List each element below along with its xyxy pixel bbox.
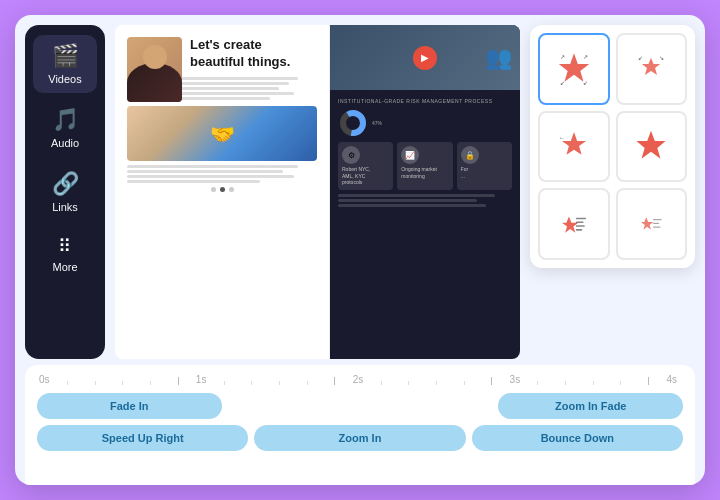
book-left-page: Let's create beautiful things. (115, 25, 330, 359)
sidebar-item-audio[interactable]: 🎵 Audio (33, 99, 97, 157)
svg-rect-14 (576, 217, 586, 219)
svg-rect-16 (576, 225, 585, 227)
tick-group-2 (210, 377, 348, 385)
animation-buttons-row2: Speed Up Right Zoom In Bounce Down (37, 425, 683, 451)
star-expand-svg: ↗ ↗ ↙ ↙ (555, 50, 593, 88)
star-list-svg (555, 205, 593, 243)
audio-label: Audio (51, 137, 79, 149)
dot-2 (220, 187, 225, 192)
tick (307, 381, 308, 385)
video-thumbnail[interactable]: 👥 ▶ (330, 25, 520, 90)
risk-card-text-2: Ongoing marketmonitoring (401, 166, 448, 179)
star-red-svg (632, 127, 670, 165)
hands-image (127, 106, 317, 161)
person-image (127, 37, 182, 102)
tick-major (178, 377, 179, 385)
fade-in-button[interactable]: Fade In (37, 393, 222, 419)
sidebar-item-more[interactable]: ⠿ More (33, 227, 97, 281)
tick-major (491, 377, 492, 385)
sticker-cell-4[interactable] (616, 111, 688, 183)
tick (122, 381, 123, 385)
timeline-ruler: 0s 1s 2s (37, 373, 683, 385)
zoom-in-button[interactable]: Zoom In (254, 425, 465, 451)
main-container: 🎬 Videos 🎵 Audio 🔗 Links ⠿ More (15, 15, 705, 485)
timeline-area: 0s 1s 2s (25, 365, 695, 485)
tick (408, 381, 409, 385)
rt-line-1 (338, 194, 495, 197)
sticker-cell-3[interactable]: ← (538, 111, 610, 183)
risk-icon-1: ⚙ (342, 146, 360, 164)
svg-text:↘: ↘ (659, 55, 664, 61)
svg-rect-19 (653, 219, 662, 220)
ruler-ticks: 1s 2s 3s (54, 373, 681, 385)
ruler-2s: 2s (349, 374, 368, 385)
risk-management-title: INSTITUTIONAL-GRADE RISK MANAGEMENT PROC… (338, 98, 512, 104)
tick (279, 381, 280, 385)
sticker-cell-6[interactable] (616, 188, 688, 260)
text-line-6 (127, 165, 298, 168)
risk-card-3: 🔒 For... (457, 142, 512, 190)
content-area: Let's create beautiful things. (105, 15, 705, 359)
risk-icon-3: 🔒 (461, 146, 479, 164)
book-preview: Let's create beautiful things. (115, 25, 520, 359)
play-button[interactable]: ▶ (413, 46, 437, 70)
tick-major (334, 377, 335, 385)
spacer (228, 393, 493, 419)
sticker-cell-5[interactable] (538, 188, 610, 260)
sidebar: 🎬 Videos 🎵 Audio 🔗 Links ⠿ More (25, 25, 105, 359)
star-shrink-svg: ↙ ↘ (632, 50, 670, 88)
tick (620, 381, 621, 385)
text-line-9 (127, 180, 260, 183)
sidebar-item-videos[interactable]: 🎬 Videos (33, 35, 97, 93)
svg-text:↗: ↗ (560, 54, 565, 60)
risk-card-text-1: Robert NYC,AML, KYCprotocols (342, 166, 389, 186)
bounce-down-button[interactable]: Bounce Down (472, 425, 683, 451)
tick (150, 381, 151, 385)
star-list-small-svg (632, 205, 670, 243)
svg-text:←: ← (559, 134, 565, 141)
svg-text:↙: ↙ (639, 55, 644, 61)
animation-buttons-row1: Fade In Zoom In Fade (37, 393, 683, 419)
svg-text:↙: ↙ (560, 80, 565, 86)
dot-3 (229, 187, 234, 192)
tick (95, 381, 96, 385)
svg-marker-7 (642, 58, 660, 75)
star-shrink-left-svg: ← (555, 127, 593, 165)
videos-label: Videos (48, 73, 81, 85)
tick (565, 381, 566, 385)
tick (537, 381, 538, 385)
tick (224, 381, 225, 385)
videos-icon: 🎬 (52, 43, 79, 69)
svg-text:↗: ↗ (583, 54, 588, 60)
sticker-panel: ↗ ↗ ↙ ↙ ↙ ↘ ← (530, 25, 695, 268)
dot-1 (211, 187, 216, 192)
sidebar-item-links[interactable]: 🔗 Links (33, 163, 97, 221)
donut-chart (338, 108, 368, 138)
speed-up-right-button[interactable]: Speed Up Right (37, 425, 248, 451)
svg-marker-18 (641, 217, 653, 229)
ruler-3s: 3s (506, 374, 525, 385)
text-line-7 (127, 170, 283, 173)
tick (436, 381, 437, 385)
tick (251, 381, 252, 385)
book-right-content: INSTITUTIONAL-GRADE RISK MANAGEMENT PROC… (330, 90, 520, 359)
ruler-4s: 4s (662, 374, 681, 385)
zoom-in-fade-button[interactable]: Zoom In Fade (498, 393, 683, 419)
tick (381, 381, 382, 385)
ruler-1s: 1s (192, 374, 211, 385)
risk-cards: ⚙ Robert NYC,AML, KYCprotocols 📈 Ongoing… (338, 142, 512, 190)
risk-icon-2: 📈 (401, 146, 419, 164)
tick (67, 381, 68, 385)
tick-group-4 (524, 377, 662, 385)
links-icon: 🔗 (52, 171, 79, 197)
svg-rect-21 (653, 226, 661, 227)
chart-label: 47% (372, 120, 382, 127)
rt-line-3 (338, 204, 486, 207)
rt-line-2 (338, 199, 477, 202)
sticker-cell-2[interactable]: ↙ ↘ (616, 33, 688, 105)
top-area: 🎬 Videos 🎵 Audio 🔗 Links ⠿ More (15, 15, 705, 359)
sticker-cell-1[interactable]: ↗ ↗ ↙ ↙ (538, 33, 610, 105)
tick-group-3 (367, 377, 505, 385)
bottom-text-block (338, 194, 512, 207)
svg-marker-10 (562, 132, 586, 155)
